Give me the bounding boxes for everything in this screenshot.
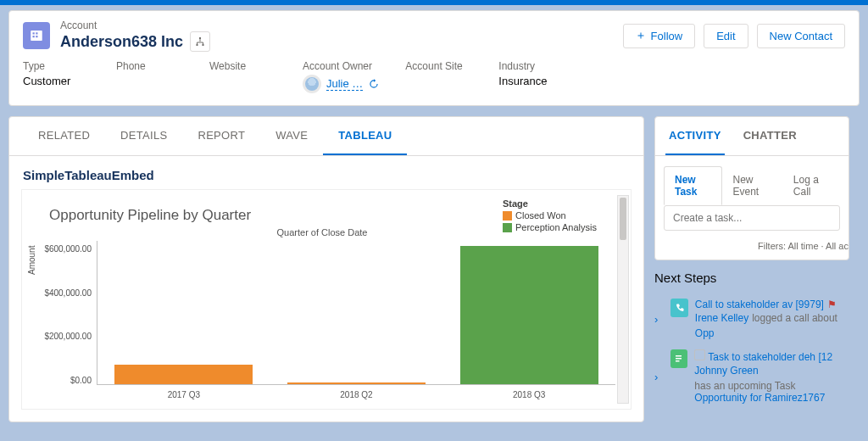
y-axis-label: Amount xyxy=(27,246,36,275)
task-tab-log-a-call[interactable]: Log a Call xyxy=(782,166,840,205)
flag-icon: ⚑ xyxy=(827,299,837,310)
tab-tableau[interactable]: TABLEAU xyxy=(323,117,407,155)
tab-wave[interactable]: WAVE xyxy=(260,117,323,155)
legend-item: Closed Won xyxy=(503,210,597,220)
record-name: Anderson638 Inc xyxy=(60,33,183,51)
chevron-right-icon[interactable]: › xyxy=(654,371,664,383)
next-step-item[interactable]: ›Task to stakeholder deh [12Johnny Green… xyxy=(654,344,849,409)
bar-slot xyxy=(97,241,270,384)
next-step-item[interactable]: ›Call to stakeholder av [9979]⚑Irene Kel… xyxy=(654,293,849,344)
embed-title: SimpleTableauEmbed xyxy=(9,156,643,189)
edit-button[interactable]: Edit xyxy=(704,24,748,48)
task-tab-new-event[interactable]: New Event xyxy=(722,166,782,205)
call-icon xyxy=(670,299,688,317)
object-label: Account xyxy=(60,20,210,31)
bar-slot xyxy=(442,241,615,384)
svg-rect-3 xyxy=(33,36,35,37)
scrollbar[interactable] xyxy=(617,195,629,404)
chart-legend: Stage Closed WonPerception Analysis xyxy=(503,198,597,232)
record-header: Account Anderson638 Inc Follow Edit New … xyxy=(8,10,860,106)
y-axis: $600,000.00$400,000.00$200,000.00$0.00 xyxy=(29,241,97,402)
related-link[interactable]: Opportunity for Ramirez1767 xyxy=(694,392,825,404)
svg-rect-5 xyxy=(199,37,201,39)
step-title[interactable]: Call to stakeholder av [9979] xyxy=(695,299,824,310)
side-tab-chatter[interactable]: CHATTER xyxy=(740,117,800,155)
legend-item: Perception Analysis xyxy=(503,222,597,232)
tab-report[interactable]: REPORT xyxy=(182,117,260,155)
tableau-chart: Stage Closed WonPerception Analysis Oppo… xyxy=(21,189,632,410)
task-type-tabs: New TaskNew EventLog a Call xyxy=(655,156,849,205)
x-tick: 2017 Q3 xyxy=(97,390,270,399)
account-icon xyxy=(23,22,50,49)
field-value: Customer xyxy=(23,75,91,87)
change-owner-icon[interactable] xyxy=(368,78,380,90)
tab-details[interactable]: DETAILS xyxy=(105,117,182,155)
task-icon xyxy=(670,349,687,368)
bar[interactable] xyxy=(460,246,598,384)
svg-rect-2 xyxy=(36,32,37,34)
follow-button[interactable]: Follow xyxy=(623,24,696,48)
owner-link[interactable]: Julie … xyxy=(326,77,363,91)
tab-related[interactable]: RELATED xyxy=(23,117,105,155)
step-title[interactable]: Task to stakeholder deh [12 xyxy=(708,351,832,363)
avatar xyxy=(303,75,321,93)
svg-rect-6 xyxy=(197,44,198,46)
create-task-input[interactable] xyxy=(664,205,840,231)
activity-filter-text[interactable]: Filters: All time · All ac xyxy=(655,241,849,260)
bar[interactable] xyxy=(287,382,426,384)
task-tab-new-task[interactable]: New Task xyxy=(664,166,722,205)
who-link[interactable]: Irene Kelley xyxy=(695,312,748,324)
x-tick: 2018 Q2 xyxy=(270,390,443,399)
next-steps-title: Next Steps xyxy=(654,260,849,293)
field-label: Type xyxy=(23,60,91,72)
activity-tabs: ACTIVITYCHATTER xyxy=(655,117,849,156)
what-link[interactable]: Opp xyxy=(695,327,715,339)
hierarchy-button[interactable] xyxy=(190,31,210,52)
bar[interactable] xyxy=(114,365,253,384)
plus-icon xyxy=(636,31,646,41)
new-contact-button[interactable]: New Contact xyxy=(757,24,845,48)
x-tick: 2018 Q3 xyxy=(442,390,615,399)
bar-slot xyxy=(270,241,443,384)
svg-rect-4 xyxy=(36,36,37,37)
svg-rect-7 xyxy=(203,44,204,46)
svg-rect-1 xyxy=(33,32,35,34)
bars-area: 2017 Q32018 Q22018 Q3 xyxy=(97,241,615,385)
task-checkbox[interactable] xyxy=(694,349,705,360)
who-link[interactable]: Johnny Green xyxy=(694,365,758,377)
chevron-right-icon[interactable]: › xyxy=(654,313,664,326)
detail-tabs: RELATEDDETAILSREPORTWAVETABLEAU xyxy=(9,117,643,156)
side-tab-activity[interactable]: ACTIVITY xyxy=(665,117,725,155)
